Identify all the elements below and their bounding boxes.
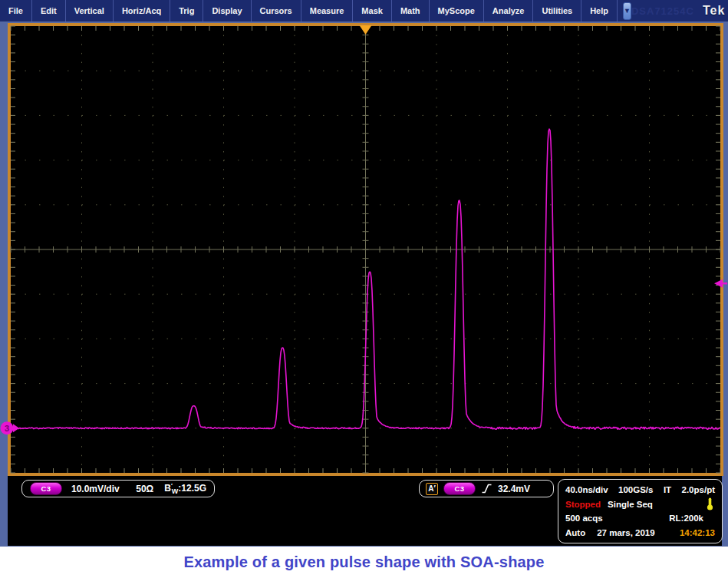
channel-3-marker-label: 3	[5, 424, 9, 433]
menu: FileEditVerticalHoriz/AcqTrigDisplayCurs…	[0, 0, 618, 21]
menu-item-trig[interactable]: Trig	[170, 0, 203, 21]
trigger-readout[interactable]: A′ C3 32.4mV	[419, 480, 554, 497]
timebase-row: 40.0ns/div 100GS/s IT 2.0ps/pt	[558, 483, 722, 497]
record-length: RL:200k	[669, 514, 703, 523]
menu-bar: FileEditVerticalHoriz/AcqTrigDisplayCurs…	[0, 0, 728, 21]
menu-item-mask[interactable]: Mask	[353, 0, 392, 21]
vertical-scale: 10.0mV/div	[71, 484, 120, 494]
menu-item-horiz-acq[interactable]: Horiz/Acq	[114, 0, 170, 21]
menu-item-display[interactable]: Display	[203, 0, 251, 21]
trigger-level: 32.4mV	[498, 484, 530, 494]
bandwidth-readout: B′W:12.5G	[164, 482, 206, 495]
instrument-model: DSA71254C	[631, 5, 694, 17]
sequence-mode: Single Seq	[558, 500, 702, 509]
oscilloscope-window: FileEditVerticalHoriz/AcqTrigDisplayCurs…	[0, 0, 728, 547]
trigger-source-badge: A′	[426, 483, 438, 495]
chevron-down-icon: ▼	[624, 7, 631, 15]
menu-dropdown-button[interactable]: ▼	[623, 2, 631, 20]
input-impedance: 50Ω	[136, 484, 153, 494]
acq-mode: IT	[664, 485, 671, 494]
trigger-channel-badge: C3	[443, 482, 476, 495]
readout-area: C3 10.0mV/div 50Ω B′W:12.5G A′ C3 32.4mV…	[8, 476, 722, 546]
channel-readout[interactable]: C3 10.0mV/div 50Ω B′W:12.5G	[21, 480, 215, 497]
datetime-row: Auto 27 mars, 2019 14:42:13	[558, 526, 722, 540]
menu-item-utilities[interactable]: Utilities	[533, 0, 581, 21]
acquisition-panel[interactable]: 40.0ns/div 100GS/s IT 2.0ps/pt Stopped S…	[558, 479, 723, 543]
menu-item-math[interactable]: Math	[392, 0, 430, 21]
timebase: 40.0ns/div	[565, 485, 608, 494]
date-display: 27 mars, 2019	[597, 528, 654, 537]
figure-caption: Example of a given pulse shape with SOA-…	[183, 553, 544, 571]
sample-rate: 100GS/s	[618, 485, 653, 494]
menu-item-analyze[interactable]: Analyze	[484, 0, 534, 21]
thermometer-icon	[705, 497, 715, 510]
trigger-mode: Auto	[565, 528, 585, 537]
menu-item-help[interactable]: Help	[581, 0, 618, 21]
waveform-display: 3	[0, 21, 728, 477]
graticule-svg: 3	[0, 21, 728, 477]
run-state-row: Stopped Single Seq	[558, 497, 722, 511]
caption-strip: Example of a given pulse shape with SOA-…	[0, 547, 728, 588]
resolution: 2.0ps/pt	[682, 485, 715, 494]
clock-display: 14:42:13	[680, 528, 715, 537]
titlebar-right: DSA71254C Tek – X	[631, 2, 728, 20]
acquisition-count: 500 acqs	[565, 514, 603, 523]
menu-item-myscope[interactable]: MyScope	[430, 0, 484, 21]
rising-edge-icon	[481, 483, 492, 494]
menu-item-vertical[interactable]: Vertical	[66, 0, 114, 21]
acqs-row: 500 acqs RL:200k	[558, 511, 722, 525]
tek-logo: Tek	[703, 4, 725, 18]
menu-item-file[interactable]: File	[0, 0, 32, 21]
menu-item-measure[interactable]: Measure	[301, 0, 354, 21]
menu-item-edit[interactable]: Edit	[32, 0, 66, 21]
menu-item-cursors[interactable]: Cursors	[252, 0, 301, 21]
channel-badge-c3: C3	[30, 482, 62, 495]
